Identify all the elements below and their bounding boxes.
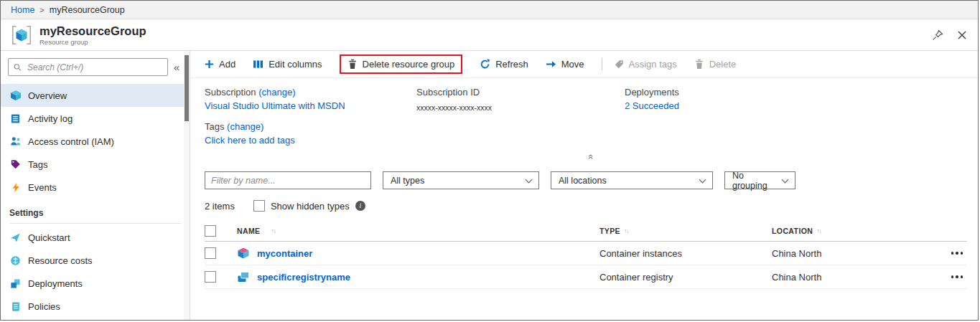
add-button[interactable]: Add — [205, 59, 235, 70]
main-content: Add Edit columns Delet — [190, 51, 978, 320]
policies-icon — [9, 300, 22, 312]
move-arrow-icon — [546, 60, 556, 69]
refresh-button[interactable]: Refresh — [480, 59, 528, 70]
subscription-id-value: xxxxx-xxxxx-xxxx-xxxx — [416, 103, 625, 112]
sidebar-item-label: Activity log — [28, 113, 73, 124]
subscription-change-link[interactable]: (change) — [258, 87, 295, 98]
sidebar-item-deployments[interactable]: Deployments — [1, 272, 190, 295]
page-subtitle: Resource group — [39, 38, 146, 46]
breadcrumb-home-link[interactable]: Home — [11, 5, 34, 15]
close-icon[interactable] — [956, 29, 968, 41]
location-filter-dropdown[interactable]: All locations — [551, 171, 713, 189]
tags-value-link[interactable]: Click here to add tags — [205, 135, 295, 146]
sidebar-section-settings: Settings — [1, 199, 190, 223]
location-filter-value: All locations — [559, 176, 607, 186]
row-checkbox[interactable] — [205, 271, 216, 283]
table-row[interactable]: mycontainer Container instances China No… — [205, 242, 967, 265]
subscription-id-label: Subscription ID — [416, 87, 625, 98]
subscription-label-text: Subscription — [205, 87, 258, 98]
subscription-block: Subscription (change) Visual Studio Ulti… — [205, 87, 416, 112]
sidebar-item-label: Tags — [28, 159, 47, 170]
info-icon[interactable]: i — [355, 201, 365, 211]
row-checkbox[interactable] — [205, 247, 216, 259]
type-header-label: TYPE — [599, 227, 620, 235]
items-count: 2 items — [205, 201, 235, 212]
sidebar-collapse-icon[interactable]: « — [174, 62, 179, 72]
sidebar-item-label: Quickstart — [28, 232, 70, 243]
access-control-icon — [9, 136, 22, 147]
tags-icon — [9, 158, 22, 170]
location-header-label: LOCATION — [772, 227, 813, 235]
delete-button-label: Delete — [709, 59, 737, 70]
assign-tags-button[interactable]: Assign tags — [614, 59, 677, 70]
assign-tags-icon — [614, 60, 624, 70]
sidebar-scrollbar[interactable] — [184, 51, 190, 320]
sidebar-search-input[interactable] — [26, 62, 162, 73]
toolbar-separator — [602, 58, 602, 70]
breadcrumb-separator: > — [39, 6, 44, 14]
tags-change-link[interactable]: (change) — [227, 121, 263, 132]
sidebar-item-tags[interactable]: Tags — [1, 153, 190, 176]
sidebar-item-quickstart[interactable]: Quickstart — [1, 226, 190, 249]
grouping-dropdown[interactable]: No grouping — [724, 171, 795, 189]
resource-link[interactable]: mycontainer — [257, 248, 312, 259]
move-button-label: Move — [561, 59, 584, 70]
plus-icon — [205, 60, 214, 69]
table-row[interactable]: specificregistryname Container registry … — [205, 265, 967, 289]
sidebar-item-label: Access control (IAM) — [28, 136, 114, 147]
deployments-block: Deployments 2 Succeeded — [625, 87, 679, 112]
essentials-collapse[interactable]: « — [205, 150, 978, 161]
column-header-name[interactable]: NAME ↑↓ — [237, 227, 599, 235]
delete-resource-group-button[interactable]: Delete resource group — [340, 55, 463, 74]
resource-link[interactable]: specificregistryname — [257, 272, 350, 283]
sidebar-search-row: « — [1, 58, 190, 84]
page-header: myResourceGroup Resource group — [1, 19, 978, 51]
pin-icon[interactable] — [932, 29, 943, 41]
column-header-type[interactable]: TYPE ↑↓ — [599, 227, 772, 235]
sidebar-scrollbar-thumb[interactable] — [185, 55, 189, 121]
sidebar: « Overview — [1, 51, 190, 320]
delete-button[interactable]: Delete — [694, 59, 737, 70]
collapse-up-icon: « — [586, 154, 597, 159]
column-header-location[interactable]: LOCATION ↑↓ — [772, 227, 935, 235]
sidebar-item-label: Overview — [28, 90, 67, 101]
sidebar-item-events[interactable]: Events — [1, 176, 190, 199]
tags-block: Tags (change) Click here to add tags — [205, 121, 978, 146]
assign-tags-label: Assign tags — [629, 59, 677, 70]
resource-type: Container instances — [599, 248, 772, 259]
edit-columns-button[interactable]: Edit columns — [253, 59, 322, 70]
sidebar-item-activity-log[interactable]: Activity log — [1, 107, 190, 130]
show-hidden-types-label: Show hidden types — [271, 201, 350, 212]
row-context-menu-icon[interactable] — [950, 249, 965, 257]
row-context-menu-icon[interactable] — [950, 273, 965, 281]
tags-label: Tags (change) — [205, 121, 978, 132]
sidebar-item-access-control[interactable]: Access control (IAM) — [1, 130, 190, 153]
sidebar-item-policies[interactable]: Policies — [1, 295, 190, 318]
type-filter-dropdown[interactable]: All types — [383, 171, 539, 189]
edit-columns-icon — [253, 60, 263, 69]
sidebar-search-box[interactable] — [8, 58, 168, 76]
breadcrumb: Home > myResourceGroup — [1, 1, 978, 19]
filter-by-name-input[interactable] — [205, 171, 371, 189]
deployments-label: Deployments — [625, 87, 679, 98]
container-instances-icon — [237, 247, 250, 260]
trash-icon — [347, 59, 358, 70]
refresh-button-label: Refresh — [495, 59, 528, 70]
subscription-label: Subscription (change) — [205, 87, 416, 98]
sidebar-item-label: Deployments — [28, 278, 83, 289]
deployments-value-link[interactable]: 2 Succeeded — [625, 100, 679, 111]
show-hidden-types-checkbox[interactable] — [253, 200, 265, 212]
sidebar-item-label: Events — [28, 182, 57, 193]
sidebar-item-overview[interactable]: Overview — [1, 84, 190, 107]
events-icon — [9, 181, 22, 193]
essentials-panel: Subscription (change) Visual Studio Ulti… — [190, 78, 978, 161]
subscription-value-link[interactable]: Visual Studio Ultimate with MSDN — [205, 100, 345, 111]
move-button[interactable]: Move — [546, 59, 584, 70]
resource-costs-icon — [9, 255, 22, 266]
page-title: myResourceGroup — [39, 24, 146, 37]
resource-group-icon — [11, 24, 32, 46]
sidebar-item-resource-costs[interactable]: Resource costs — [1, 249, 190, 272]
select-all-checkbox[interactable] — [205, 225, 216, 237]
resource-table: NAME ↑↓ TYPE ↑↓ LOCATION ↑↓ — [205, 220, 967, 289]
tags-label-text: Tags — [205, 121, 227, 132]
